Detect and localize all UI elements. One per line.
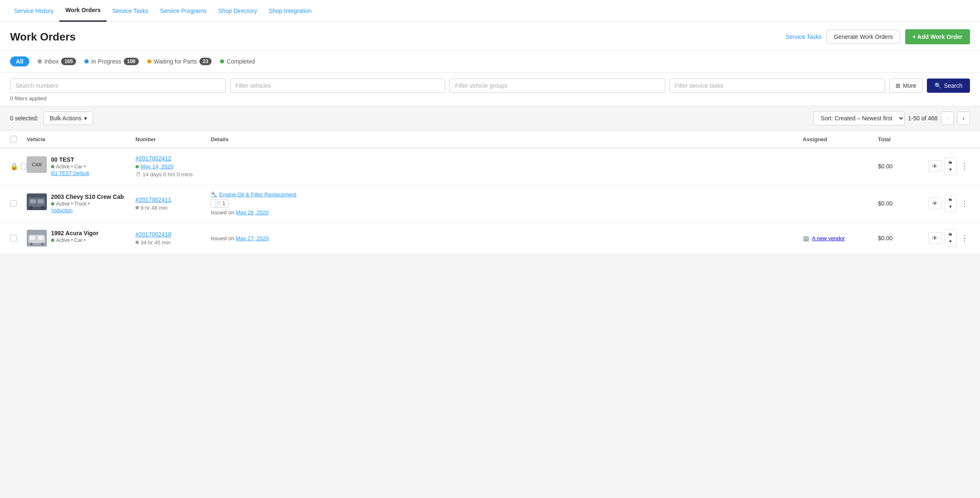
more-filters-button[interactable]: ⊞ More	[889, 79, 923, 93]
row2-status-dot	[51, 202, 54, 206]
sort-select[interactable]: Sort: Created – Newest first	[814, 111, 905, 125]
row3-flag-button[interactable]: ⚑ ▾	[944, 229, 957, 247]
in-progress-badge: 108	[124, 58, 139, 65]
filters-applied: 0 filters applied	[10, 95, 970, 102]
search-numbers-input[interactable]	[10, 79, 226, 93]
row2-wo-time: 9 hr 48 min	[135, 205, 211, 211]
row3-wo-time: 34 hr 45 min	[135, 239, 211, 246]
nav-service-history[interactable]: Service History	[8, 0, 59, 22]
row1-total: $0.00	[878, 163, 928, 170]
row3-checkbox-cell	[10, 235, 27, 241]
selected-count: 0 selected:	[10, 115, 38, 122]
nav-service-tasks[interactable]: Service Tasks	[107, 0, 154, 22]
row3-assigned-cell: 🏢 A new vendor	[803, 235, 878, 241]
row1-view-button[interactable]: 👁	[928, 160, 942, 172]
row3-time-dot	[135, 241, 139, 244]
row2-more-button[interactable]: ⋮	[959, 198, 970, 209]
header-number: Number	[135, 136, 211, 142]
row1-thumb-text: CAR	[32, 162, 42, 167]
svg-rect-2	[30, 199, 36, 203]
tab-in-progress[interactable]: In Progress 108	[84, 58, 139, 65]
row1-flag-button[interactable]: ⚑ ▾	[944, 158, 957, 175]
status-tabs: All Inbox 165 In Progress 108 Waiting fo…	[0, 51, 980, 73]
row3-work-order-number[interactable]: #2017002410	[135, 231, 211, 238]
add-work-order-button[interactable]: + Add Work Order	[905, 29, 970, 44]
row2-time-dot	[135, 206, 139, 209]
row1-wo-time: ⏱ 14 days 0 hrs 0 mins	[135, 171, 211, 178]
row2-checkbox[interactable]	[10, 200, 17, 207]
row2-vehicle-info: 2003 Chevy S10 Crew Cab Active • Truck •…	[51, 193, 124, 213]
nav-service-programs[interactable]: Service Programs	[154, 0, 212, 22]
service-tasks-link[interactable]: Service Tasks	[786, 33, 822, 40]
filters-bar: ⊞ More 🔍 Search 0 filters applied	[0, 73, 980, 106]
row2-vehicle-thumb	[27, 193, 47, 210]
inbox-dot	[38, 59, 42, 64]
tab-waiting-for-parts[interactable]: Waiting for Parts 23	[147, 58, 212, 65]
generate-work-orders-button[interactable]: Generate Work Orders	[827, 30, 900, 44]
row2-number-cell: #2017002411 9 hr 48 min	[135, 196, 211, 211]
filter-service-tasks-input[interactable]	[669, 79, 885, 93]
row2-service-link[interactable]: 🔧 Engine Oil & Filter Replacement	[211, 191, 803, 198]
nav-shop-directory[interactable]: Shop Directory	[212, 0, 263, 22]
bulk-actions-button[interactable]: Bulk Actions ▾	[43, 112, 93, 125]
bulk-left: 0 selected: Bulk Actions ▾	[10, 112, 93, 125]
row2-details-cell: 🔧 Engine Oil & Filter Replacement 📄 1 Is…	[211, 191, 803, 216]
row1-more-button[interactable]: ⋮	[959, 161, 970, 172]
next-page-button[interactable]: ›	[957, 112, 970, 125]
row3-more-button[interactable]: ⋮	[959, 233, 970, 244]
tab-inbox[interactable]: Inbox 165	[38, 58, 76, 65]
row1-vehicle-cell: CAR 00 TEST Active • Car • l01 TEST Defa…	[27, 156, 135, 176]
bulk-chevron-icon: ▾	[84, 115, 87, 122]
row3-vehicle-meta: Active • Car •	[51, 237, 99, 243]
table-row: 🔒 CAR 00 TEST Active • Car • l01 TEST De…	[0, 148, 980, 185]
svg-point-10	[30, 243, 33, 245]
row1-actions: 👁 ⚑ ▾ ⋮	[928, 158, 970, 175]
row2-view-button[interactable]: 👁	[928, 198, 942, 209]
svg-point-4	[29, 206, 33, 209]
search-button[interactable]: 🔍 Search	[927, 79, 970, 93]
bulk-actions-row: 0 selected: Bulk Actions ▾ Sort: Created…	[0, 106, 980, 131]
header-total: Total	[878, 136, 928, 142]
row3-issued-date[interactable]: May 27, 2020	[236, 235, 269, 241]
row2-work-order-number[interactable]: #2017002411	[135, 196, 211, 203]
svg-rect-9	[38, 236, 43, 240]
waiting-parts-badge: 23	[199, 58, 212, 65]
prev-page-button[interactable]: ‹	[941, 112, 954, 125]
svg-point-5	[41, 206, 44, 209]
row1-checkbox[interactable]	[21, 163, 27, 170]
row1-vehicle-group[interactable]: l01 TEST Default	[51, 170, 89, 176]
select-all-checkbox[interactable]	[10, 136, 17, 142]
row3-vendor-link[interactable]: A new vendor	[812, 235, 845, 241]
row3-details-cell: Issued on May 27, 2020	[211, 235, 803, 241]
more-label: More	[903, 82, 916, 89]
filter-vehicles-input[interactable]	[230, 79, 446, 93]
row3-issued: Issued on May 27, 2020	[211, 235, 803, 241]
row2-vehicle-group[interactable]: 'roduction	[51, 208, 124, 213]
row1-work-order-number[interactable]: #2017002412	[135, 155, 211, 162]
nav-shop-integration[interactable]: Shop Integration	[263, 0, 318, 22]
table-row: 1992 Acura Vigor Active • Car • #2017002…	[0, 223, 980, 254]
table-row: 2003 Chevy S10 Crew Cab Active • Truck •…	[0, 185, 980, 223]
row2-issued-date[interactable]: May 28, 2020	[236, 209, 269, 216]
tab-in-progress-label: In Progress	[91, 58, 121, 65]
building-icon: 🏢	[803, 235, 809, 241]
row2-vehicle-cell: 2003 Chevy S10 Crew Cab Active • Truck •…	[27, 193, 135, 213]
nav-work-orders[interactable]: Work Orders	[59, 0, 107, 22]
row3-total: $0.00	[878, 235, 928, 241]
row1-number-cell: #2017002412 May 14, 2020 ⏱ 14 days 0 hrs…	[135, 155, 211, 178]
row1-vehicle-name: 00 TEST	[51, 156, 89, 163]
tab-completed[interactable]: Completed	[220, 58, 255, 65]
row3-checkbox[interactable]	[10, 235, 17, 241]
pagination-info: 1-50 of 468	[908, 115, 938, 122]
row3-view-button[interactable]: 👁	[928, 232, 942, 244]
filter-vehicle-groups-input[interactable]	[449, 79, 665, 93]
tab-all[interactable]: All	[10, 56, 29, 66]
row2-checkbox-cell	[10, 200, 27, 207]
tab-completed-label: Completed	[227, 58, 255, 65]
row1-date-dot	[135, 165, 139, 168]
inbox-badge: 165	[61, 58, 76, 65]
row2-flag-button[interactable]: ⚑ ▾	[944, 195, 957, 212]
row1-wo-date[interactable]: May 14, 2020	[135, 163, 211, 170]
page-header: Work Orders Service Tasks Generate Work …	[0, 22, 980, 51]
header-actions: Service Tasks Generate Work Orders + Add…	[786, 29, 970, 44]
